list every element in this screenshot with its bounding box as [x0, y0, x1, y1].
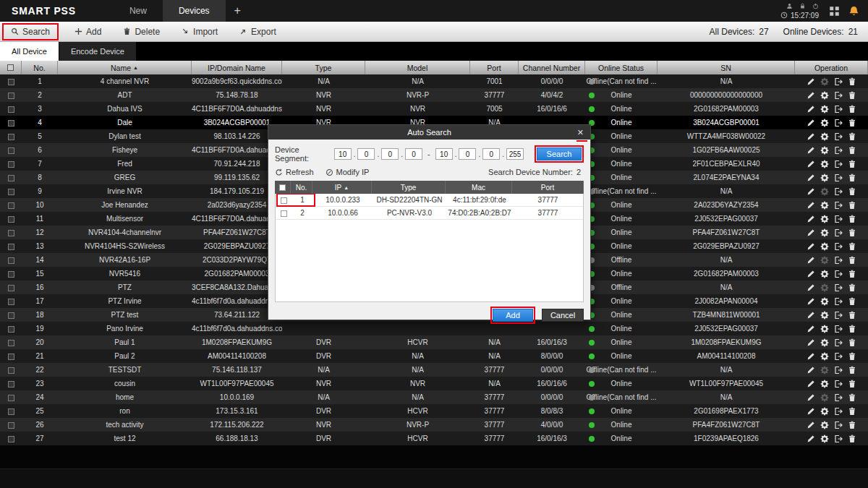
row-checkbox[interactable]: [0, 421, 22, 429]
settings-icon[interactable]: [820, 91, 829, 100]
edit-icon[interactable]: [807, 174, 815, 182]
row-checkbox[interactable]: [0, 325, 22, 333]
col-header-no[interactable]: No.: [22, 61, 58, 74]
row-checkbox[interactable]: [0, 256, 22, 264]
row-checkbox[interactable]: [0, 160, 22, 168]
delete-icon[interactable]: [848, 270, 856, 278]
row-checkbox[interactable]: [0, 187, 22, 195]
edit-icon[interactable]: [807, 242, 815, 251]
col-header-port[interactable]: Port: [470, 61, 519, 74]
channel-export-icon[interactable]: [834, 228, 843, 237]
add-tab-button[interactable]: +: [234, 0, 241, 22]
row-checkbox[interactable]: [0, 228, 22, 236]
settings-icon[interactable]: [820, 119, 829, 127]
delete-button[interactable]: Delete: [117, 25, 166, 38]
edit-icon[interactable]: [807, 393, 815, 402]
col-header-type[interactable]: Type: [282, 61, 365, 74]
channel-export-icon[interactable]: [834, 338, 843, 347]
edit-icon[interactable]: [807, 297, 815, 306]
edit-icon[interactable]: [807, 187, 815, 196]
settings-icon[interactable]: [820, 201, 829, 210]
edit-icon[interactable]: [807, 160, 815, 168]
device-row[interactable]: 3Dahua IVS4C11BF6F7D0A.dahuaddns.comNVRN…: [0, 102, 868, 116]
edit-icon[interactable]: [807, 105, 815, 114]
device-row[interactable]: 25ron173.15.3.161DVRHCVR377778/0/8/3Onli…: [0, 404, 868, 418]
select-all-checkbox[interactable]: [275, 181, 291, 194]
row-checkbox[interactable]: [0, 77, 22, 85]
row-checkbox[interactable]: [0, 105, 22, 113]
channel-export-icon[interactable]: [834, 256, 843, 265]
ip-octet-input[interactable]: 255: [506, 148, 524, 160]
delete-icon[interactable]: [848, 393, 856, 402]
col-header-operation[interactable]: Operation: [795, 61, 868, 74]
channel-export-icon[interactable]: [834, 174, 843, 182]
delete-icon[interactable]: [848, 201, 856, 210]
row-checkbox[interactable]: [0, 146, 22, 154]
tab-all-device[interactable]: All Device: [0, 42, 59, 61]
edit-icon[interactable]: [807, 421, 815, 429]
settings-icon[interactable]: [820, 215, 829, 223]
tab-devices[interactable]: Devices: [163, 0, 226, 22]
channel-export-icon[interactable]: [834, 366, 843, 374]
settings-icon[interactable]: [820, 311, 829, 320]
apps-grid-icon[interactable]: [829, 6, 840, 17]
edit-icon[interactable]: [807, 146, 815, 155]
delete-icon[interactable]: [848, 160, 856, 168]
delete-icon[interactable]: [848, 242, 856, 251]
row-checkbox[interactable]: [0, 380, 22, 388]
channel-export-icon[interactable]: [834, 242, 843, 251]
ip-octet-input[interactable]: 0: [459, 148, 476, 160]
edit-icon[interactable]: [807, 215, 815, 223]
ip-octet-input[interactable]: 10: [435, 148, 453, 160]
settings-icon[interactable]: [820, 270, 829, 278]
channel-export-icon[interactable]: [834, 77, 843, 86]
ip-octet-input[interactable]: 0: [381, 148, 399, 160]
refresh-button[interactable]: Refresh: [275, 168, 314, 176]
col-header-mac[interactable]: Mac: [446, 181, 512, 194]
row-checkbox[interactable]: [0, 366, 22, 374]
user-icon[interactable]: [786, 3, 793, 9]
row-checkbox[interactable]: [0, 91, 22, 99]
device-row[interactable]: 26tech activity172.115.206.222NVRNVR-P37…: [0, 418, 868, 432]
row-checkbox[interactable]: [276, 209, 292, 217]
delete-icon[interactable]: [848, 256, 856, 265]
edit-icon[interactable]: [807, 228, 815, 237]
settings-icon[interactable]: [820, 407, 829, 416]
settings-icon[interactable]: [820, 352, 829, 361]
row-checkbox[interactable]: [0, 215, 22, 223]
edit-icon[interactable]: [807, 366, 815, 374]
row-checkbox[interactable]: [0, 270, 22, 278]
edit-icon[interactable]: [807, 352, 815, 361]
channel-export-icon[interactable]: [834, 187, 843, 196]
row-checkbox[interactable]: [0, 338, 22, 346]
channel-export-icon[interactable]: [834, 215, 843, 223]
edit-icon[interactable]: [807, 201, 815, 210]
channel-export-icon[interactable]: [834, 311, 843, 320]
device-row[interactable]: 22TESTSDT75.146.118.137N/AN/A377770/0/0/…: [0, 363, 868, 377]
delete-icon[interactable]: [848, 421, 856, 429]
settings-icon[interactable]: [820, 325, 829, 333]
delete-icon[interactable]: [848, 91, 856, 100]
settings-icon[interactable]: [820, 77, 829, 86]
channel-export-icon[interactable]: [834, 105, 843, 114]
channel-export-icon[interactable]: [834, 435, 843, 443]
delete-icon[interactable]: [848, 119, 856, 127]
col-header-model[interactable]: Model: [365, 61, 470, 74]
dialog-cancel-button[interactable]: Cancel: [542, 309, 584, 322]
settings-icon[interactable]: [820, 228, 829, 237]
channel-export-icon[interactable]: [834, 380, 843, 388]
import-button[interactable]: Import: [176, 25, 224, 38]
settings-icon[interactable]: [820, 242, 829, 251]
device-row[interactable]: 23cousinWT1L00F97PAE00045NVRNVRN/A16/0/1…: [0, 377, 868, 390]
delete-icon[interactable]: [848, 352, 856, 361]
lock-icon[interactable]: [799, 3, 806, 9]
delete-icon[interactable]: [848, 311, 856, 320]
settings-icon[interactable]: [820, 435, 829, 443]
settings-icon[interactable]: [820, 160, 829, 168]
col-header-no[interactable]: No.: [291, 181, 312, 194]
channel-export-icon[interactable]: [834, 393, 843, 402]
edit-icon[interactable]: [807, 119, 815, 127]
col-header-ip-domain-name[interactable]: IP/Domain Name: [192, 61, 282, 74]
delete-icon[interactable]: [848, 77, 856, 86]
edit-icon[interactable]: [807, 311, 815, 320]
